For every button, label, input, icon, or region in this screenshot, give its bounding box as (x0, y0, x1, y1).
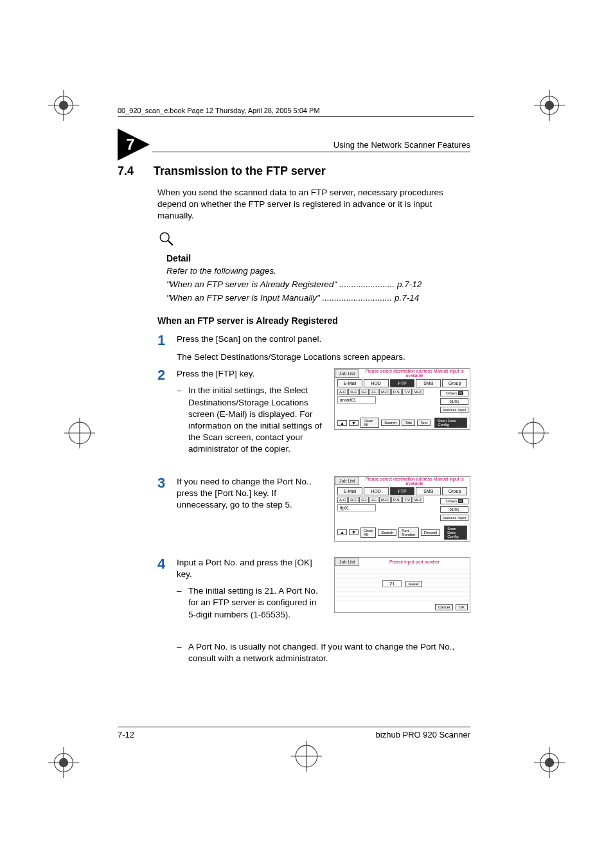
fig1-message: Please select destination address Manual… (359, 369, 470, 378)
fig2-down-button[interactable]: ▼ (349, 529, 359, 535)
fig2-up-button[interactable]: ▲ (337, 529, 347, 535)
fig1-others-button[interactable]: Others 0 (440, 390, 468, 396)
fig1-tab-hdd[interactable]: HDD (364, 379, 389, 387)
fig1-abc-7[interactable]: W-Z (413, 389, 423, 395)
detail-ref-1: "When an FTP server is Already Registere… (166, 279, 470, 289)
fig2-abc-0[interactable]: A-C (337, 497, 348, 503)
fig2-abc-2[interactable]: G-I (359, 497, 368, 503)
step-4-text: Input a Port No. and press the [OK] key. (177, 557, 325, 580)
crop-mark-icon (48, 747, 79, 778)
figure-ftp-list-2: Job List Please select destination addre… (334, 476, 470, 542)
subheading: When an FTP server is Already Registered (157, 315, 470, 326)
step-1-result: The Select Destinations/Storage Location… (177, 351, 470, 363)
running-header: Using the Network Scanner Features (333, 140, 470, 150)
crop-mark-icon (534, 747, 565, 778)
chapter-number-badge: 7 (118, 128, 150, 161)
fig1-scan-config-button[interactable]: Scan Data Config (434, 418, 467, 428)
fig1-tab-group[interactable]: Group (442, 379, 467, 387)
section-title-text: Transmission to the FTP server (154, 164, 326, 177)
step-3-number: 3 (157, 476, 177, 511)
fig1-abc-6[interactable]: T-V (402, 389, 412, 395)
fig2-tab-email[interactable]: E-Mail (337, 487, 362, 495)
crop-mark-icon (518, 418, 549, 448)
step-3-text: If you need to change the Port No., pres… (177, 476, 325, 511)
fig1-abc-4[interactable]: M-O (379, 389, 391, 395)
footer-product: bizhub PRO 920 Scanner (376, 730, 470, 740)
fig2-tab-group[interactable]: Group (442, 487, 467, 495)
footer-page-number: 7-12 (118, 730, 134, 740)
fig2-others-button[interactable]: Others 0 (440, 498, 468, 504)
fig2-portno-button[interactable]: Port Number (398, 527, 418, 538)
fig2-tab-ftp[interactable]: FTP (390, 487, 415, 495)
fig1-search-button[interactable]: Search (381, 420, 400, 426)
fig1-abc-1[interactable]: D-F (348, 389, 359, 395)
detail-ref-2: "When an FTP server is Input Manually" .… (166, 293, 470, 303)
fig1-title-button[interactable]: Title (402, 420, 415, 426)
fig1-clear-button[interactable]: Clear All (360, 418, 379, 428)
step-1: 1 Press the [Scan] on the control panel.… (157, 333, 470, 363)
fig2-abc-3[interactable]: J-L (369, 497, 378, 503)
step-3: 3 If you need to change the Port No., pr… (157, 476, 325, 511)
fig3-message: Please input port number (359, 560, 470, 564)
fig1-list-item[interactable]: anonit01 (337, 396, 376, 403)
fig3-cancel-button[interactable]: Cancel (435, 604, 454, 610)
crop-mark-icon (534, 90, 565, 121)
detail-magnifier-icon (157, 230, 470, 251)
detail-label: Detail (166, 253, 470, 263)
pdf-header-line: 00_920_scan_e.book Page 12 Thursday, Apr… (118, 107, 474, 117)
page-footer: 7-12 bizhub PRO 920 Scanner (118, 727, 470, 740)
fig2-clear-button[interactable]: Clear All (360, 527, 376, 538)
pdf-header-text: 00_920_scan_e.book Page 12 Thursday, Apr… (118, 107, 320, 114)
running-header-rule (152, 152, 470, 152)
fig1-tab-ftp[interactable]: FTP (390, 379, 415, 387)
fig3-reset-button[interactable]: Reset (405, 581, 422, 587)
fig1-abc-5[interactable]: P-S (391, 389, 402, 395)
step-2-number: 2 (157, 368, 177, 456)
fig1-abc-2[interactable]: G-I (359, 389, 368, 395)
fig2-message: Please select destination address Manual… (359, 477, 470, 486)
fig1-tab-smb[interactable]: SMB (416, 379, 441, 387)
fig2-firewall-button[interactable]: Firewall (421, 529, 441, 536)
fig1-job-list-button[interactable]: Job List (335, 369, 359, 378)
step-1-number: 1 (157, 333, 177, 363)
step-1-text: Press the [Scan] on the control panel. (177, 333, 470, 345)
fig1-down-button[interactable]: ▼ (349, 420, 359, 426)
fig2-job-list-button[interactable]: Job List (335, 477, 359, 485)
fig2-abc-4[interactable]: M-O (379, 497, 391, 503)
fig1-count: 01/01 (440, 398, 468, 405)
fig2-abc-6[interactable]: T-V (402, 497, 412, 503)
crop-mark-icon (291, 741, 322, 772)
intro-paragraph: When you send the scanned data to an FTP… (157, 187, 470, 222)
fig2-search-button[interactable]: Search (378, 529, 396, 536)
section-number: 7.4 (118, 164, 154, 178)
fig2-list-item[interactable]: ftp01 (337, 504, 376, 511)
fig2-abc-7[interactable]: W-Z (413, 497, 423, 503)
fig2-abc-5[interactable]: P-S (391, 497, 402, 503)
fig3-ok-button[interactable]: OK (456, 604, 468, 610)
fig3-job-list-button[interactable]: Job List (335, 558, 359, 566)
fig2-address-input-button[interactable]: Address Input (440, 515, 468, 521)
fig2-count: 01/01 (440, 506, 468, 513)
step-4: 4 Input a Port No. and press the [OK] ke… (157, 557, 325, 621)
step-2: 2 Press the [FTP] key. –In the initial s… (157, 368, 325, 456)
fig2-abc-1[interactable]: D-F (348, 497, 359, 503)
step-4-bullet-1: The initial setting is 21. A Port No. fo… (188, 585, 325, 621)
figure-ftp-list-1: Job List Please select destination addre… (334, 368, 470, 430)
section-heading: 7.4Transmission to the FTP server (118, 164, 470, 178)
fig2-scan-config-button[interactable]: Scan Data Config (444, 526, 467, 540)
svg-line-26 (168, 240, 173, 245)
step-4-number: 4 (157, 557, 177, 621)
step-4-bullet-2: A Port No. is usually not changed. If yo… (188, 641, 470, 664)
fig1-abc-3[interactable]: J-L (369, 389, 378, 395)
fig1-text-button[interactable]: Text (417, 420, 431, 426)
fig1-tab-email[interactable]: E-Mail (337, 379, 362, 387)
fig2-tab-smb[interactable]: SMB (416, 487, 441, 495)
svg-point-25 (160, 233, 169, 242)
fig2-tab-hdd[interactable]: HDD (364, 487, 389, 495)
fig1-up-button[interactable]: ▲ (337, 420, 347, 426)
step-2-bullet: In the initial settings, the Select Dest… (188, 385, 325, 455)
figure-port-input: Job List Please input port number 21 Res… (334, 557, 470, 613)
fig1-abc-0[interactable]: A-C (337, 389, 348, 395)
fig3-port-value[interactable]: 21 (382, 580, 402, 587)
fig1-address-input-button[interactable]: Address Input (440, 407, 468, 413)
